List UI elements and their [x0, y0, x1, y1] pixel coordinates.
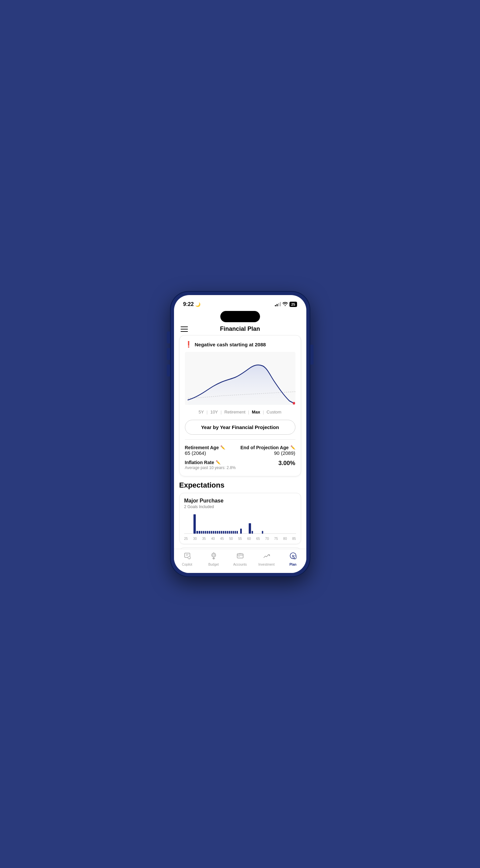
- svg-rect-10: [207, 531, 208, 533]
- budget-icon: [210, 552, 218, 562]
- expectations-title: Expectations: [179, 481, 301, 490]
- retirement-age-edit-icon[interactable]: ✏️: [220, 445, 225, 450]
- svg-rect-21: [229, 531, 230, 533]
- filter-retirement[interactable]: Retirement: [222, 408, 248, 416]
- svg-rect-19: [224, 531, 226, 533]
- time-filter-bar: 5Y | 10Y | Retirement | Max | Custom: [185, 408, 295, 416]
- bottom-nav: + Copilot Budget: [174, 549, 306, 573]
- investment-label: Investment: [258, 563, 275, 566]
- alert-message: ❗ Negative cash starting at 2088: [185, 341, 295, 348]
- svg-rect-4: [193, 515, 196, 533]
- svg-text:+: +: [189, 557, 190, 559]
- nav-budget[interactable]: Budget: [204, 552, 223, 566]
- projection-chart[interactable]: [185, 352, 295, 405]
- end-projection-label: End of Projection Age ✏️: [240, 445, 295, 450]
- retirement-age-value: 65 (2064): [185, 450, 240, 456]
- svg-rect-11: [209, 531, 210, 533]
- svg-point-2: [293, 402, 295, 405]
- svg-text:$: $: [294, 557, 295, 559]
- svg-rect-27: [248, 523, 251, 534]
- svg-rect-7: [201, 531, 202, 533]
- investment-icon: [263, 552, 271, 562]
- menu-icon[interactable]: [181, 327, 188, 332]
- filter-5y[interactable]: 5Y: [196, 408, 206, 416]
- alert-icon: ❗: [185, 341, 192, 348]
- major-purchase-sub: 2 Goals Included: [184, 504, 296, 509]
- major-purchase-card[interactable]: Major Purchase 2 Goals Included: [179, 493, 301, 544]
- svg-rect-25: [237, 531, 238, 533]
- status-bar: 9:22 🌙 25: [174, 295, 306, 310]
- app-header: Financial Plan: [174, 322, 306, 335]
- divider-1: [185, 439, 295, 440]
- svg-rect-22: [231, 531, 232, 533]
- end-projection-value: 90 (2089): [240, 450, 295, 456]
- svg-rect-29: [262, 531, 263, 533]
- filter-max[interactable]: Max: [249, 408, 263, 416]
- nav-plan[interactable]: $ $ Plan: [283, 552, 303, 566]
- copilot-icon: +: [183, 552, 191, 562]
- status-icons: 25: [275, 302, 297, 307]
- svg-rect-28: [251, 531, 253, 533]
- svg-rect-13: [213, 531, 214, 533]
- battery-icon: 25: [290, 302, 297, 307]
- inflation-sub: Average past 10 years: 2.8%: [185, 465, 278, 470]
- retirement-age-label: Retirement Age ✏️: [185, 445, 240, 450]
- retirement-age-row: Retirement Age ✏️ 65 (2064) End of Proje…: [185, 443, 295, 458]
- inflation-value: 3.00%: [278, 460, 295, 467]
- svg-rect-24: [235, 531, 236, 533]
- projection-button[interactable]: Year by Year Financial Projection: [185, 420, 295, 435]
- accounts-icon: [236, 552, 244, 562]
- end-projection-edit-icon[interactable]: ✏️: [291, 445, 295, 450]
- svg-point-36: [213, 554, 215, 556]
- nav-investment[interactable]: Investment: [257, 552, 276, 566]
- svg-rect-26: [240, 529, 242, 533]
- alert-text: Negative cash starting at 2088: [195, 342, 266, 347]
- main-card: ❗ Negative cash starting at 2088: [179, 335, 301, 476]
- plan-icon: $ $: [289, 552, 297, 562]
- wifi-icon: [282, 302, 288, 307]
- phone-screen: 9:22 🌙 25: [174, 295, 306, 573]
- filter-custom[interactable]: Custom: [264, 408, 284, 416]
- svg-rect-23: [233, 531, 234, 533]
- svg-rect-15: [217, 531, 218, 533]
- accounts-label: Accounts: [233, 563, 247, 566]
- inflation-edit-icon[interactable]: ✏️: [216, 460, 221, 465]
- svg-rect-8: [203, 531, 204, 533]
- inflation-rate-label: Inflation Rate ✏️: [185, 460, 278, 465]
- major-purchase-title: Major Purchase: [184, 498, 296, 504]
- svg-rect-16: [219, 531, 220, 533]
- filter-10y[interactable]: 10Y: [208, 408, 221, 416]
- copilot-label: Copilot: [182, 563, 192, 566]
- svg-rect-20: [227, 531, 228, 533]
- svg-rect-12: [211, 531, 212, 533]
- svg-rect-41: [237, 554, 243, 558]
- main-content: ❗ Negative cash starting at 2088: [174, 335, 306, 549]
- dynamic-island: [220, 311, 260, 322]
- svg-rect-9: [205, 531, 206, 533]
- plan-label: Plan: [290, 563, 296, 566]
- svg-rect-17: [221, 531, 222, 533]
- phone-frame: 9:22 🌙 25: [171, 292, 310, 576]
- major-purchase-x-labels: 25 30 35 40 45 50 55 60 65 70 75 80 85: [184, 535, 296, 540]
- status-time: 9:22 🌙: [183, 301, 201, 307]
- page-title: Financial Plan: [220, 326, 260, 333]
- inflation-row: Inflation Rate ✏️ Average past 10 years:…: [185, 458, 295, 472]
- nav-accounts[interactable]: Accounts: [230, 552, 250, 566]
- budget-label: Budget: [208, 563, 219, 566]
- svg-rect-6: [199, 531, 200, 533]
- svg-rect-18: [222, 531, 224, 533]
- svg-point-35: [212, 553, 216, 557]
- nav-copilot[interactable]: + Copilot: [177, 552, 197, 566]
- svg-rect-14: [215, 531, 216, 533]
- moon-icon: 🌙: [195, 302, 201, 307]
- major-purchase-chart: [184, 513, 296, 535]
- signal-icon: [275, 302, 281, 306]
- svg-rect-5: [196, 531, 198, 533]
